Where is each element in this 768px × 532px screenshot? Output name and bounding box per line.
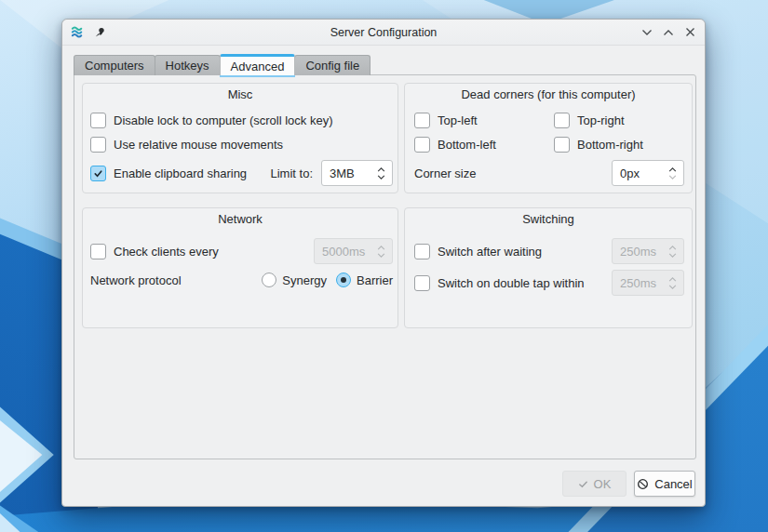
checkbox-clipboard-sharing[interactable]: Enable clipboard sharing — [90, 166, 247, 181]
tab-bar: Computers Hotkeys Advanced Config file — [74, 54, 370, 75]
checkbox-box — [90, 137, 106, 153]
checkbox-label: Check clients every — [114, 245, 219, 259]
clipboard-limit-spinbox[interactable]: 3MB — [321, 160, 393, 186]
spinbox-value: 5000ms — [315, 245, 370, 259]
checkbox-top-left[interactable]: Top-left — [414, 111, 478, 129]
group-title: Misc — [83, 87, 397, 101]
checkbox-box — [414, 113, 430, 128]
tab-hotkeys[interactable]: Hotkeys — [155, 55, 221, 75]
radio-circle — [262, 273, 276, 287]
switch-wait-spinbox: 250ms — [612, 238, 684, 264]
checkbox-label: Switch on double tap within — [438, 276, 585, 290]
checkbox-box — [414, 244, 430, 259]
window-title: Server Configuration — [62, 26, 705, 39]
corner-size-spinbox[interactable]: 0px — [612, 160, 684, 186]
checkbox-label: Disable lock to computer (scroll lock ke… — [114, 113, 333, 127]
checkbox-box — [90, 113, 106, 128]
group-dead-corners: Dead corners (for this computer) Top-lef… — [404, 83, 693, 193]
maximize-button[interactable] — [660, 24, 677, 41]
radio-barrier[interactable]: Barrier — [336, 273, 393, 287]
checkbox-label: Enable clipboard sharing — [114, 166, 247, 180]
checkbox-relative-mouse[interactable]: Use relative mouse movements — [90, 135, 283, 153]
spinbox-value: 3MB — [322, 166, 370, 180]
tab-computers[interactable]: Computers — [74, 55, 155, 75]
checkbox-box — [554, 137, 570, 153]
radio-circle-selected — [336, 273, 351, 287]
checkbox-bottom-right[interactable]: Bottom-right — [554, 135, 643, 153]
corner-size-label: Corner size — [414, 166, 476, 180]
spinbox-value: 0px — [613, 166, 661, 180]
checkbox-label: Top-left — [438, 113, 478, 127]
tab-config-file[interactable]: Config file — [294, 55, 371, 75]
check-icon — [578, 479, 588, 489]
checkbox-box — [414, 137, 430, 153]
checkbox-switch-after-waiting[interactable]: Switch after waiting — [414, 244, 542, 259]
tab-advanced[interactable]: Advanced — [220, 54, 296, 75]
desktop: Server Configuration Computers Hotkeys A… — [0, 0, 768, 532]
checkbox-disable-lock[interactable]: Disable lock to computer (scroll lock ke… — [90, 111, 333, 129]
limit-to-label: Limit to: — [270, 166, 313, 180]
spin-up-icon[interactable] — [668, 167, 677, 172]
ok-button-label: OK — [594, 477, 612, 491]
tab-label: Hotkeys — [166, 59, 209, 73]
checkbox-label: Use relative mouse movements — [114, 138, 283, 152]
titlebar[interactable]: Server Configuration — [62, 20, 705, 46]
checkbox-box — [554, 113, 570, 128]
spin-down-icon — [377, 253, 385, 258]
checkbox-box — [90, 244, 106, 259]
group-title: Network — [83, 212, 397, 226]
checkbox-top-right[interactable]: Top-right — [554, 111, 625, 129]
check-interval-spinbox: 5000ms — [314, 238, 393, 264]
checkbox-bottom-left[interactable]: Bottom-left — [414, 135, 496, 153]
checkbox-label: Switch after waiting — [438, 245, 542, 259]
spin-down-icon — [668, 253, 677, 258]
barrier-waves-icon[interactable] — [69, 24, 86, 41]
close-button[interactable] — [681, 24, 698, 41]
group-misc: Misc Disable lock to computer (scroll lo… — [82, 83, 398, 193]
checkbox-box-checked — [90, 166, 106, 181]
spin-up-icon — [668, 277, 677, 282]
spin-up-icon — [377, 246, 385, 250]
spin-down-icon — [668, 285, 677, 289]
checkbox-label: Bottom-left — [438, 138, 496, 152]
radio-synergy[interactable]: Synergy — [262, 273, 327, 287]
spin-down-icon[interactable] — [377, 175, 385, 180]
tab-label: Computers — [85, 59, 144, 73]
tab-label: Advanced — [231, 60, 285, 73]
pin-icon[interactable] — [91, 24, 108, 41]
ok-button[interactable]: OK — [562, 471, 627, 497]
server-configuration-window: Server Configuration Computers Hotkeys A… — [61, 19, 706, 507]
checkbox-label: Bottom-right — [577, 138, 643, 152]
double-tap-spinbox: 250ms — [612, 270, 684, 296]
radio-label: Synergy — [282, 273, 327, 287]
network-protocol-label: Network protocol — [90, 273, 182, 287]
prohibition-icon — [637, 478, 649, 490]
tab-label: Config file — [305, 59, 359, 73]
spinbox-value: 250ms — [613, 276, 661, 290]
spin-up-icon[interactable] — [377, 167, 385, 172]
group-switching: Switching Switch after waiting 250ms — [404, 207, 693, 328]
checkbox-label: Top-right — [577, 113, 625, 127]
spin-up-icon — [668, 246, 677, 250]
group-network: Network Check clients every 5000ms Netwo… — [82, 207, 398, 328]
group-title: Switching — [405, 212, 692, 226]
cancel-button[interactable]: Cancel — [634, 471, 695, 497]
spinbox-value: 250ms — [613, 245, 661, 259]
checkbox-check-clients[interactable]: Check clients every — [90, 244, 219, 259]
radio-label: Barrier — [357, 273, 393, 287]
spin-down-icon — [668, 175, 677, 180]
checkbox-switch-double-tap[interactable]: Switch on double tap within — [414, 275, 585, 291]
checkbox-box — [414, 275, 430, 291]
group-title: Dead corners (for this computer) — [405, 87, 692, 101]
minimize-button[interactable] — [639, 24, 655, 41]
cancel-button-label: Cancel — [654, 477, 692, 491]
